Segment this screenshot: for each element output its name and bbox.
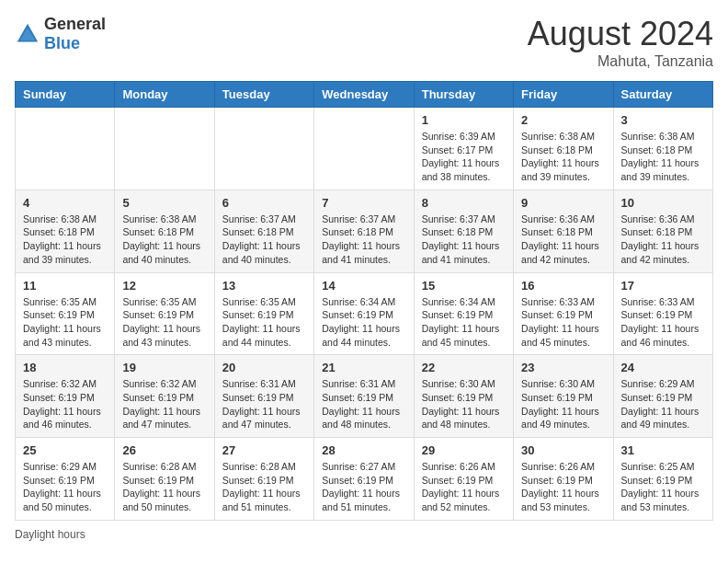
day-info: Sunrise: 6:34 AM Sunset: 6:19 PM Dayligh…: [322, 295, 405, 350]
calendar-week-row: 1Sunrise: 6:39 AM Sunset: 6:17 PM Daylig…: [16, 108, 713, 190]
day-info: Sunrise: 6:32 AM Sunset: 6:19 PM Dayligh…: [122, 377, 206, 431]
logo: General Blue: [15, 15, 106, 53]
day-number: 21: [322, 361, 405, 374]
day-number: 2: [521, 113, 605, 127]
day-number: 9: [521, 196, 605, 210]
day-info: Sunrise: 6:38 AM Sunset: 6:18 PM Dayligh…: [122, 213, 206, 267]
logo-general: General: [44, 15, 106, 33]
calendar-day-header: Friday: [514, 82, 613, 108]
day-info: Sunrise: 6:26 AM Sunset: 6:19 PM Dayligh…: [521, 460, 605, 514]
calendar-cell: 27Sunrise: 6:28 AM Sunset: 6:19 PM Dayli…: [214, 438, 313, 521]
calendar-cell: 28Sunrise: 6:27 AM Sunset: 6:19 PM Dayli…: [314, 438, 414, 521]
day-number: 13: [222, 279, 306, 293]
day-info: Sunrise: 6:38 AM Sunset: 6:18 PM Dayligh…: [621, 130, 705, 184]
day-number: 25: [23, 443, 107, 457]
calendar-day-header: Tuesday: [214, 82, 313, 108]
calendar-cell: 6Sunrise: 6:37 AM Sunset: 6:18 PM Daylig…: [214, 190, 313, 272]
day-number: 22: [422, 361, 506, 374]
day-info: Sunrise: 6:28 AM Sunset: 6:19 PM Dayligh…: [122, 460, 206, 514]
calendar-cell: 20Sunrise: 6:31 AM Sunset: 6:19 PM Dayli…: [214, 355, 313, 438]
logo-text: General Blue: [44, 15, 106, 53]
calendar-cell: 18Sunrise: 6:32 AM Sunset: 6:19 PM Dayli…: [16, 355, 115, 438]
calendar-week-row: 18Sunrise: 6:32 AM Sunset: 6:19 PM Dayli…: [16, 355, 713, 438]
month-year: August 2024: [528, 15, 713, 53]
calendar-cell: 10Sunrise: 6:36 AM Sunset: 6:18 PM Dayli…: [613, 190, 712, 272]
calendar-cell: 11Sunrise: 6:35 AM Sunset: 6:19 PM Dayli…: [16, 272, 115, 355]
calendar-day-header: Saturday: [613, 82, 712, 108]
day-number: 19: [122, 361, 206, 374]
calendar-cell: [16, 108, 115, 190]
day-number: 1: [422, 113, 506, 127]
day-number: 26: [122, 443, 206, 457]
day-info: Sunrise: 6:35 AM Sunset: 6:19 PM Dayligh…: [122, 295, 206, 350]
calendar-cell: 1Sunrise: 6:39 AM Sunset: 6:17 PM Daylig…: [414, 108, 513, 190]
calendar-table: SundayMondayTuesdayWednesdayThursdayFrid…: [15, 81, 713, 521]
day-number: 27: [222, 443, 306, 457]
calendar-cell: 26Sunrise: 6:28 AM Sunset: 6:19 PM Dayli…: [115, 438, 214, 521]
calendar-day-header: Monday: [115, 82, 214, 108]
calendar-week-row: 25Sunrise: 6:29 AM Sunset: 6:19 PM Dayli…: [16, 438, 713, 521]
calendar-cell: 30Sunrise: 6:26 AM Sunset: 6:19 PM Dayli…: [514, 438, 613, 521]
calendar-day-header: Thursday: [414, 82, 513, 108]
page-header: General Blue August 2024 Mahuta, Tanzani…: [15, 15, 713, 70]
day-info: Sunrise: 6:26 AM Sunset: 6:19 PM Dayligh…: [422, 460, 506, 514]
calendar-cell: [115, 108, 214, 190]
day-number: 5: [122, 196, 206, 210]
calendar-cell: 9Sunrise: 6:36 AM Sunset: 6:18 PM Daylig…: [514, 190, 613, 272]
calendar-cell: 5Sunrise: 6:38 AM Sunset: 6:18 PM Daylig…: [115, 190, 214, 272]
calendar-cell: 31Sunrise: 6:25 AM Sunset: 6:19 PM Dayli…: [613, 438, 712, 521]
calendar-cell: 14Sunrise: 6:34 AM Sunset: 6:19 PM Dayli…: [314, 272, 414, 355]
day-number: 20: [222, 361, 306, 374]
day-info: Sunrise: 6:30 AM Sunset: 6:19 PM Dayligh…: [521, 377, 605, 431]
title-section: August 2024 Mahuta, Tanzania: [528, 15, 713, 70]
calendar-cell: [314, 108, 414, 190]
day-number: 16: [521, 279, 605, 293]
day-info: Sunrise: 6:37 AM Sunset: 6:18 PM Dayligh…: [222, 213, 306, 267]
day-info: Sunrise: 6:35 AM Sunset: 6:19 PM Dayligh…: [23, 295, 107, 350]
calendar-cell: 29Sunrise: 6:26 AM Sunset: 6:19 PM Dayli…: [414, 438, 513, 521]
calendar-cell: 12Sunrise: 6:35 AM Sunset: 6:19 PM Dayli…: [115, 272, 214, 355]
calendar-cell: 13Sunrise: 6:35 AM Sunset: 6:19 PM Dayli…: [214, 272, 313, 355]
day-number: 3: [621, 113, 705, 127]
calendar-cell: [214, 108, 313, 190]
day-info: Sunrise: 6:29 AM Sunset: 6:19 PM Dayligh…: [23, 460, 107, 514]
day-info: Sunrise: 6:30 AM Sunset: 6:19 PM Dayligh…: [422, 377, 506, 431]
logo-blue: Blue: [44, 34, 80, 52]
day-info: Sunrise: 6:25 AM Sunset: 6:19 PM Dayligh…: [621, 460, 705, 514]
calendar-cell: 7Sunrise: 6:37 AM Sunset: 6:18 PM Daylig…: [314, 190, 414, 272]
footer-note: Daylight hours: [15, 528, 713, 541]
day-info: Sunrise: 6:38 AM Sunset: 6:18 PM Dayligh…: [521, 130, 605, 184]
day-info: Sunrise: 6:33 AM Sunset: 6:19 PM Dayligh…: [521, 295, 605, 350]
day-number: 11: [23, 279, 107, 293]
day-info: Sunrise: 6:27 AM Sunset: 6:19 PM Dayligh…: [322, 460, 405, 514]
calendar-day-header: Sunday: [16, 82, 115, 108]
calendar-cell: 22Sunrise: 6:30 AM Sunset: 6:19 PM Dayli…: [414, 355, 513, 438]
calendar-cell: 3Sunrise: 6:38 AM Sunset: 6:18 PM Daylig…: [613, 108, 712, 190]
day-info: Sunrise: 6:33 AM Sunset: 6:19 PM Dayligh…: [621, 295, 705, 350]
day-info: Sunrise: 6:39 AM Sunset: 6:17 PM Dayligh…: [422, 130, 506, 184]
day-number: 23: [521, 361, 605, 374]
calendar-cell: 17Sunrise: 6:33 AM Sunset: 6:19 PM Dayli…: [613, 272, 712, 355]
day-info: Sunrise: 6:36 AM Sunset: 6:18 PM Dayligh…: [621, 213, 705, 267]
day-number: 8: [422, 196, 506, 210]
day-number: 7: [322, 196, 405, 210]
calendar-day-header: Wednesday: [314, 82, 414, 108]
calendar-week-row: 4Sunrise: 6:38 AM Sunset: 6:18 PM Daylig…: [16, 190, 713, 272]
calendar-cell: 19Sunrise: 6:32 AM Sunset: 6:19 PM Dayli…: [115, 355, 214, 438]
day-info: Sunrise: 6:35 AM Sunset: 6:19 PM Dayligh…: [222, 295, 306, 350]
day-info: Sunrise: 6:36 AM Sunset: 6:18 PM Dayligh…: [521, 213, 605, 267]
day-number: 31: [621, 443, 705, 457]
calendar-cell: 4Sunrise: 6:38 AM Sunset: 6:18 PM Daylig…: [16, 190, 115, 272]
day-number: 30: [521, 443, 605, 457]
day-info: Sunrise: 6:32 AM Sunset: 6:19 PM Dayligh…: [23, 377, 107, 431]
calendar-cell: 24Sunrise: 6:29 AM Sunset: 6:19 PM Dayli…: [613, 355, 712, 438]
logo-icon: [15, 21, 40, 47]
location: Mahuta, Tanzania: [528, 53, 713, 70]
day-number: 29: [422, 443, 506, 457]
day-number: 24: [621, 361, 705, 374]
day-number: 15: [422, 279, 506, 293]
calendar-cell: 23Sunrise: 6:30 AM Sunset: 6:19 PM Dayli…: [514, 355, 613, 438]
calendar-header-row: SundayMondayTuesdayWednesdayThursdayFrid…: [16, 82, 713, 108]
calendar-cell: 16Sunrise: 6:33 AM Sunset: 6:19 PM Dayli…: [514, 272, 613, 355]
calendar-cell: 21Sunrise: 6:31 AM Sunset: 6:19 PM Dayli…: [314, 355, 414, 438]
